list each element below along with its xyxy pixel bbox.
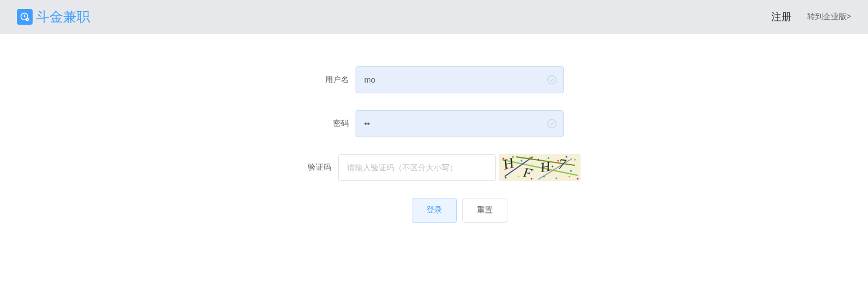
svg-point-28	[531, 178, 533, 180]
captcha-image[interactable]: H F H 7	[499, 154, 581, 181]
check-icon	[547, 119, 557, 129]
enterprise-link[interactable]: 转到企业版>	[807, 12, 851, 22]
svg-point-29	[543, 176, 545, 178]
username-label: 用户名	[305, 75, 356, 85]
login-form: 用户名 密码 验证码	[153, 66, 716, 223]
register-link[interactable]: 注册	[771, 10, 791, 24]
svg-point-22	[507, 168, 509, 169]
password-label: 密码	[305, 119, 356, 129]
svg-point-31	[569, 176, 570, 178]
password-input[interactable]	[356, 110, 564, 137]
svg-point-13	[503, 158, 505, 160]
captcha-input[interactable]	[338, 154, 496, 181]
captcha-label: 验证码	[287, 162, 338, 173]
svg-point-21	[574, 159, 576, 161]
svg-point-17	[538, 159, 539, 161]
svg-point-26	[505, 177, 507, 179]
brand-name: 斗金兼职	[36, 8, 90, 26]
svg-point-16	[529, 157, 531, 159]
password-row: 密码	[164, 110, 704, 137]
svg-point-19	[557, 160, 559, 162]
clock-logo-icon	[17, 9, 33, 25]
svg-point-32	[577, 178, 579, 180]
captcha-row: 验证码 H F H 7	[164, 154, 704, 181]
svg-point-30	[556, 178, 557, 179]
header: 斗金兼职 注册 转到企业版>	[0, 0, 868, 34]
button-row: 登录 重置	[215, 198, 704, 223]
svg-point-25	[570, 170, 572, 172]
svg-point-20	[566, 156, 568, 158]
reset-button[interactable]: 重置	[462, 198, 507, 223]
svg-point-18	[548, 157, 550, 159]
svg-point-23	[532, 169, 534, 171]
svg-point-14	[512, 156, 514, 158]
username-input[interactable]	[356, 66, 564, 93]
password-input-wrapper	[356, 110, 564, 137]
header-right: 注册 转到企业版>	[771, 10, 851, 24]
check-icon	[547, 75, 557, 85]
svg-point-27	[518, 176, 520, 178]
svg-point-24	[552, 166, 554, 168]
username-row: 用户名	[164, 66, 704, 93]
username-input-wrapper	[356, 66, 564, 93]
captcha-input-wrapper	[338, 154, 496, 181]
logo-area[interactable]: 斗金兼职	[17, 8, 90, 26]
svg-point-3	[547, 120, 556, 128]
svg-point-15	[521, 160, 523, 162]
login-button[interactable]: 登录	[412, 198, 457, 223]
svg-point-2	[547, 76, 556, 84]
